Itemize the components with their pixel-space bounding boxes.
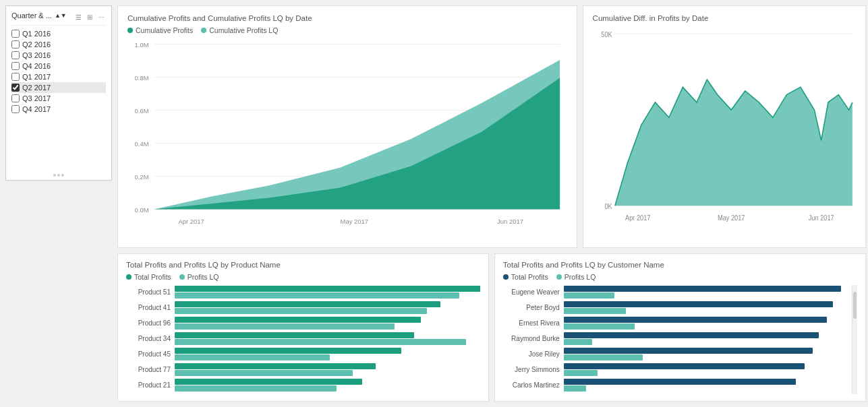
quarter-checkbox-q2-2017[interactable] bbox=[11, 84, 20, 92]
list-item: Jose Riley bbox=[503, 348, 850, 361]
legend-cumulative-profits: Cumulative Profits bbox=[127, 26, 193, 34]
svg-text:50K: 50K bbox=[601, 30, 612, 38]
quarter-item-q1-2016[interactable]: Q1 2016 bbox=[11, 28, 106, 39]
more-icon[interactable]: ··· bbox=[96, 12, 106, 22]
customer-label: Peter Boyd bbox=[503, 304, 564, 311]
product-bar-container bbox=[175, 348, 480, 361]
filter-icon[interactable]: ⊞ bbox=[85, 12, 94, 22]
quarter-checkbox-q4-2016[interactable] bbox=[11, 62, 20, 70]
sidebar-controls: ☰ ⊞ ··· bbox=[74, 12, 106, 22]
customers-scrollbar[interactable] bbox=[852, 285, 857, 394]
product-label: Product 96 bbox=[126, 319, 175, 327]
quarter-checkbox-q4-2017[interactable] bbox=[11, 105, 20, 113]
customers-bar-panel: Total Profits and Profits LQ by Customer… bbox=[494, 253, 866, 402]
customer-label: Ernest Rivera bbox=[503, 319, 564, 327]
bottom-row: Total Profits and Profits LQ by Product … bbox=[117, 253, 866, 402]
top-row: Cumulative Profits and Cumulative Profit… bbox=[117, 5, 866, 248]
cumulative-diff-svg: 50K 0K Apr 2017 May 2017 Jun 2017 bbox=[593, 26, 856, 239]
legend-profits-lq: Profits LQ bbox=[179, 273, 219, 281]
customers-legend: Total Profits Profits LQ bbox=[503, 273, 857, 281]
cumulative-diff-chart-area: 50K 0K Apr 2017 May 2017 Jun 2017 bbox=[593, 26, 856, 239]
svg-text:Apr 2017: Apr 2017 bbox=[178, 218, 204, 225]
list-item: Product 41 bbox=[126, 301, 480, 314]
expand-icon[interactable]: ▲▼ bbox=[55, 12, 67, 19]
product-bar-container bbox=[175, 363, 480, 376]
quarter-item-q4-2016[interactable]: Q4 2016 bbox=[11, 61, 106, 71]
product-label: Product 77 bbox=[126, 366, 175, 373]
customer-profit-bar bbox=[564, 348, 813, 354]
quarter-label-q3-2016: Q3 2016 bbox=[22, 51, 51, 59]
quarter-list: Q1 2016 Q2 2016 Q3 2016 Q4 2016 Q1 2017 … bbox=[11, 28, 106, 115]
resize-handle[interactable] bbox=[45, 173, 72, 177]
legend-customer-lq: Profits LQ bbox=[556, 273, 596, 281]
quarter-checkbox-q2-2016[interactable] bbox=[11, 40, 20, 49]
quarter-item-q1-2017[interactable]: Q1 2017 bbox=[11, 71, 106, 82]
quarter-checkbox-q1-2017[interactable] bbox=[11, 73, 20, 81]
lq-bar bbox=[175, 323, 395, 330]
quarter-item-q4-2017[interactable]: Q4 2017 bbox=[11, 104, 106, 115]
svg-text:1.0M: 1.0M bbox=[135, 41, 149, 49]
lq-bar bbox=[175, 339, 466, 345]
legend-dot-customer-lq bbox=[556, 274, 562, 280]
svg-text:0.2M: 0.2M bbox=[135, 173, 149, 181]
main-content: Cumulative Profits and Cumulative Profit… bbox=[112, 0, 868, 407]
quarter-label-q2-2017: Q2 2017 bbox=[22, 84, 51, 92]
quarter-item-q2-2017[interactable]: Q2 2017 bbox=[11, 82, 106, 93]
products-bar-panel: Total Profits and Profits LQ by Product … bbox=[117, 253, 489, 402]
list-item: Jerry Simmons bbox=[503, 363, 850, 376]
svg-text:Apr 2017: Apr 2017 bbox=[625, 214, 650, 222]
svg-text:Jun 2017: Jun 2017 bbox=[497, 218, 523, 225]
customers-bars-area: Eugene WeaverPeter BoydErnest RiveraRaym… bbox=[503, 285, 852, 394]
customers-scroll-thumb[interactable] bbox=[853, 292, 857, 319]
profit-bar bbox=[175, 348, 401, 354]
lq-bar bbox=[175, 354, 330, 361]
quarter-checkbox-q3-2017[interactable] bbox=[11, 94, 20, 102]
lq-bar bbox=[175, 292, 459, 299]
profit-bar bbox=[175, 317, 421, 323]
svg-text:0.4M: 0.4M bbox=[135, 140, 149, 148]
product-label: Product 34 bbox=[126, 335, 175, 342]
profit-bar bbox=[175, 301, 440, 307]
list-item: Raymond Burke bbox=[503, 332, 850, 345]
product-bar-container bbox=[175, 317, 480, 330]
svg-text:May 2017: May 2017 bbox=[341, 218, 369, 225]
quarter-item-q2-2016[interactable]: Q2 2016 bbox=[11, 39, 106, 50]
customer-profit-bar bbox=[564, 379, 796, 385]
quarter-checkbox-q3-2016[interactable] bbox=[11, 51, 20, 59]
customer-label: Raymond Burke bbox=[503, 335, 564, 342]
sidebar-header: Quarter & ... ▲▼ ☰ ⊞ ··· bbox=[11, 11, 106, 26]
legend-label-profits-lq: Profits LQ bbox=[187, 273, 219, 281]
customer-lq-bar bbox=[564, 370, 598, 376]
cumulative-diff-panel: Cumulative Diff. in Profits by Date 50K … bbox=[583, 5, 866, 248]
customer-label: Jose Riley bbox=[503, 350, 564, 358]
product-label: Product 51 bbox=[126, 288, 175, 296]
customer-bar-container bbox=[564, 379, 850, 392]
sidebar-title: Quarter & ... bbox=[11, 11, 52, 20]
menu-icon[interactable]: ☰ bbox=[74, 12, 83, 22]
product-bar-container bbox=[175, 301, 480, 314]
customer-profit-bar bbox=[564, 301, 833, 307]
svg-marker-21 bbox=[614, 80, 852, 206]
cumulative-profits-panel: Cumulative Profits and Cumulative Profit… bbox=[117, 5, 577, 248]
list-item: Product 45 bbox=[126, 348, 480, 361]
product-label: Product 45 bbox=[126, 350, 175, 358]
quarter-label-q2-2016: Q2 2016 bbox=[22, 40, 51, 49]
quarter-item-q3-2016[interactable]: Q3 2016 bbox=[11, 50, 106, 61]
quarter-checkbox-q1-2016[interactable] bbox=[11, 30, 20, 38]
product-label: Product 41 bbox=[126, 304, 175, 311]
legend-label-total-profits: Total Profits bbox=[134, 273, 171, 281]
lq-bar bbox=[175, 370, 353, 376]
cumulative-diff-title: Cumulative Diff. in Profits by Date bbox=[593, 14, 856, 22]
quarter-item-q3-2017[interactable]: Q3 2017 bbox=[11, 93, 106, 104]
customer-lq-bar bbox=[564, 292, 615, 299]
legend-label-customer-total-profits: Total Profits bbox=[511, 273, 548, 281]
product-bar-container bbox=[175, 379, 480, 392]
quarter-label-q1-2016: Q1 2016 bbox=[22, 30, 51, 38]
list-item: Product 51 bbox=[126, 286, 480, 299]
sidebar-expand[interactable]: Quarter & ... ▲▼ bbox=[11, 11, 67, 22]
customer-label: Jerry Simmons bbox=[503, 366, 564, 373]
lq-bar bbox=[175, 308, 427, 314]
customer-bar-container bbox=[564, 348, 850, 361]
legend-dot-profits-lq bbox=[179, 274, 185, 280]
customer-bar-container bbox=[564, 301, 850, 314]
